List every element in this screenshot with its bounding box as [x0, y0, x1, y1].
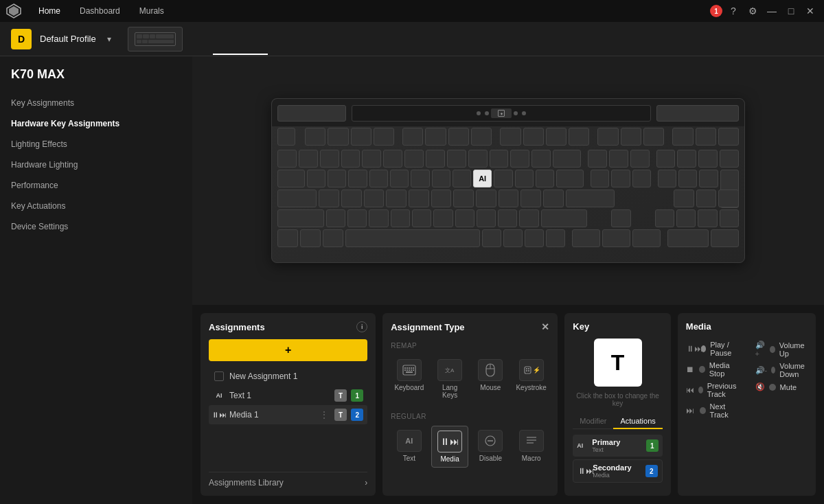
maximize-button[interactable]: □	[783, 3, 799, 19]
next-track-label: Next Track	[710, 402, 742, 419]
assignment-type-title-text: Assignment Type	[391, 322, 464, 332]
mouse-type-icon	[478, 359, 503, 381]
tab-actuations[interactable]: Actuations	[613, 414, 662, 429]
svg-rect-12	[413, 369, 414, 371]
primary-assignment-type: Text	[592, 446, 642, 453]
svg-text:⚡: ⚡	[533, 366, 539, 374]
volume-down-icon: 🔊-	[755, 366, 768, 375]
type-keystroke[interactable]: ⚡ Keystroke	[513, 355, 549, 403]
sidebar-item-lighting-effects[interactable]: Lighting Effects	[0, 134, 192, 154]
type-macro[interactable]: Macro	[513, 426, 549, 468]
type-keystroke-label: Keystroke	[516, 384, 546, 391]
settings-button[interactable]: ⚙	[744, 3, 761, 19]
help-button[interactable]: ?	[725, 3, 742, 19]
nav-dashboard[interactable]: Dashboard	[71, 3, 128, 19]
media-volume-down[interactable]: 🔊- Volume Down	[755, 360, 808, 380]
media-stop-icon: ⏹	[686, 365, 695, 374]
bottom-panels: Assignments i + New Assignment 1 AI Text…	[192, 305, 824, 504]
remap-type-grid: Keyboard 文 A Lang Keys	[391, 355, 549, 403]
window-controls: 1 ? ⚙ — □ ✕	[710, 3, 819, 19]
media-title-text: Media	[686, 321, 711, 332]
profile-dropdown-arrow[interactable]: ▾	[107, 34, 111, 44]
svg-text:文: 文	[445, 367, 450, 374]
profile-icon: D	[11, 29, 32, 49]
media-mute[interactable]: 🔇 Mute	[755, 380, 808, 393]
media-next-track[interactable]: ⏭ Next Track	[686, 400, 742, 421]
primary-key-assignment[interactable]: AI Primary Text 1	[573, 435, 663, 457]
volume-up-label: Volume Up	[779, 341, 808, 358]
add-assignment-button[interactable]: +	[209, 339, 367, 361]
sidebar-item-key-actuations[interactable]: Key Actuations	[0, 196, 192, 216]
list-item[interactable]: ⏸⏭ Media 1 ⋮ T 2	[209, 405, 367, 424]
svg-rect-4	[407, 367, 408, 369]
list-item[interactable]: New Assignment 1	[209, 367, 367, 386]
svg-rect-21	[526, 370, 527, 371]
next-track-dot	[700, 407, 706, 414]
type-media-label: Media	[440, 455, 459, 463]
svg-marker-1	[9, 6, 19, 16]
volume-up-icon: 🔊+	[755, 341, 766, 358]
regular-section-label: REGULAR	[391, 413, 549, 420]
sidebar-item-device-settings[interactable]: Device Settings	[0, 216, 192, 237]
assignments-panel-title: Assignments i	[209, 321, 367, 332]
assignments-library-link[interactable]: Assignments Library ›	[209, 472, 367, 488]
type-mouse[interactable]: Mouse	[472, 355, 509, 403]
primary-assignment-badge: 1	[646, 439, 659, 452]
sidebar-item-hardware-key-assignments[interactable]: Hardware Key Assignments	[0, 113, 192, 134]
mute-dot	[769, 384, 776, 391]
media-assignment-icon: ⏸⏭	[213, 409, 225, 421]
notification-badge[interactable]: 1	[710, 5, 722, 17]
type-media[interactable]: ⏸⏭ Media	[431, 426, 468, 468]
sidebar-item-key-assignments[interactable]: Key Assignments	[0, 93, 192, 113]
svg-rect-22	[528, 370, 529, 371]
type-disable-label: Disable	[479, 455, 502, 462]
keystroke-type-icon: ⚡	[519, 359, 544, 381]
nav-murals[interactable]: Murals	[131, 3, 172, 19]
disable-type-icon	[478, 430, 503, 452]
sidebar-item-hardware-lighting[interactable]: Hardware Lighting	[0, 154, 192, 175]
prev-track-dot	[698, 387, 703, 393]
close-assignment-type-button[interactable]: ✕	[541, 321, 549, 332]
media-play-pause[interactable]: ⏸⏭ Play / Pause	[686, 339, 742, 359]
secondary-assignment-name: Secondary	[593, 463, 641, 472]
assignment-type-badge: T	[334, 409, 347, 421]
assignments-info-icon[interactable]: i	[356, 321, 367, 332]
type-lang-keys[interactable]: 文 A Lang Keys	[431, 355, 468, 403]
media-volume-up[interactable]: 🔊+ Volume Up	[755, 339, 808, 360]
key-panel: Key T Click the box to change the key Mo…	[564, 313, 671, 496]
device-title: K70 MAX	[0, 67, 192, 93]
nav-home[interactable]: Home	[30, 3, 69, 19]
content-area: ✦	[192, 56, 824, 504]
keyboard-display: ✦	[192, 56, 824, 305]
secondary-assignment-badge: 2	[645, 465, 658, 477]
tab-modifier[interactable]: Modifier	[573, 414, 613, 429]
media-controls-grid: ⏸⏭ Play / Pause ⏹ Media Stop ⏮ Pr	[686, 339, 808, 421]
play-pause-dot	[701, 345, 706, 352]
media-stop[interactable]: ⏹ Media Stop	[686, 359, 742, 380]
media-prev-track[interactable]: ⏮ Previous Track	[686, 380, 742, 400]
sidebar-item-performance[interactable]: Performance	[0, 175, 192, 196]
secondary-assignment-icon: ⏸⏭	[577, 466, 588, 476]
volume-up-dot	[770, 346, 775, 353]
close-button[interactable]: ✕	[802, 3, 819, 19]
remap-section-label: REMAP	[391, 342, 549, 350]
secondary-key-assignment[interactable]: ⏸⏭ Secondary Media 2	[573, 459, 663, 483]
assignment-menu-icon[interactable]: ⋮	[319, 409, 329, 420]
type-macro-label: Macro	[522, 455, 541, 462]
svg-rect-6	[411, 367, 412, 369]
keyboard-thumbnail[interactable]	[128, 27, 183, 51]
key-hint-text: Click the box to change the key	[573, 392, 663, 407]
media-panel: Media ⏸⏭ Play / Pause ⏹ Media Stop	[678, 313, 816, 496]
text-type-icon: AI	[397, 430, 422, 452]
list-item[interactable]: AI Text 1 T 1	[209, 386, 367, 405]
primary-assignment-info: Primary Text	[592, 438, 642, 453]
type-disable[interactable]: Disable	[472, 426, 509, 468]
type-text[interactable]: AI Text	[391, 426, 427, 468]
app-logo	[5, 3, 22, 19]
key-display-box[interactable]: T	[594, 339, 642, 387]
type-keyboard[interactable]: Keyboard	[391, 355, 427, 403]
minimize-button[interactable]: —	[764, 3, 780, 19]
macro-type-icon	[519, 430, 544, 452]
keyboard-render: ✦	[271, 98, 745, 263]
media-controls-right: 🔊+ Volume Up 🔊- Volume Down 🔇	[755, 339, 808, 421]
